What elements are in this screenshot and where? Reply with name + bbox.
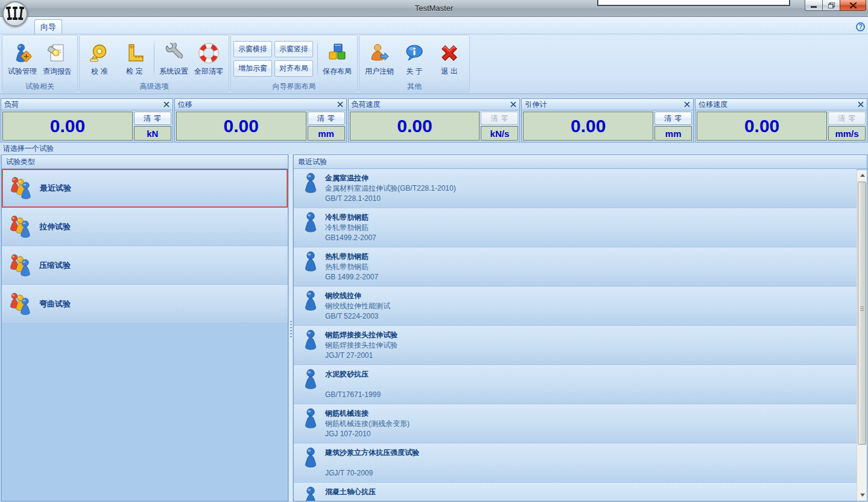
meter-value-display: 0.00 xyxy=(350,112,480,141)
recent-test-item[interactable]: 钢绞线拉伸 钢绞线拉伸性能测试 GB/T 5224-2003 xyxy=(294,287,857,326)
recent-test-standard: GB1499.2-2007 xyxy=(325,233,376,243)
close-icon xyxy=(850,2,857,8)
clear-zero-button[interactable]: 清 零 xyxy=(134,112,171,125)
recent-test-title: 冷轧带肋钢筋 xyxy=(325,212,376,223)
help-button[interactable]: ? xyxy=(856,22,865,31)
splitter-grip-icon xyxy=(290,321,292,338)
recent-test-item[interactable]: 水泥胶砂抗压 GB/T17671-1999 xyxy=(294,365,857,404)
clear-zero-button[interactable]: 清 零 xyxy=(654,112,692,125)
add-window-button[interactable]: 增加示窗 xyxy=(233,60,272,77)
layout-small-buttons: 示窗横排 示窗竖排 增加示窗 对齐布局 xyxy=(233,41,313,77)
app-menu-button[interactable] xyxy=(2,1,28,27)
recent-test-standard: JGJ/T 27-2001 xyxy=(325,351,398,361)
meter-titlebar: 位移 xyxy=(175,99,346,110)
recent-test-standard: GB/T 5224-2003 xyxy=(325,311,390,322)
meter-unit: kN/s xyxy=(481,126,518,141)
restore-button[interactable] xyxy=(822,0,840,11)
recent-test-item[interactable]: 建筑沙浆立方体抗压强度试验 JGJ/T 70-2009 xyxy=(294,443,857,483)
close-button[interactable] xyxy=(840,0,866,11)
system-settings-button[interactable]: 系统设置 xyxy=(156,40,191,78)
test-type-item[interactable]: 弯曲试验 xyxy=(2,285,288,323)
clear-all-label: 全部清零 xyxy=(194,66,223,77)
meter-side: 清 零 kN xyxy=(134,112,171,141)
close-icon[interactable] xyxy=(684,101,690,107)
recent-test-desc: 钢筋机械连接(测残余变形) xyxy=(325,419,410,429)
recent-test-text: 冷轧带肋钢筋 冷轧带肋钢筋 GB1499.2-2007 xyxy=(325,212,376,243)
pawn-group-icon xyxy=(8,293,32,316)
meter-title: 引伸计 xyxy=(525,100,684,110)
recent-test-text: 钢筋机械连接 钢筋机械连接(测残余变形) JGJ 107-2010 xyxy=(325,408,410,439)
recent-test-title: 金属室温拉伸 xyxy=(325,173,456,183)
about-button[interactable]: 关 于 xyxy=(397,40,432,78)
user-logout-button[interactable]: 用户注销 xyxy=(362,40,397,78)
align-layout-button[interactable]: 对齐布局 xyxy=(274,60,313,77)
meter-row: 负荷 0.00 清 零 kN 位移 0.00 清 零 mm xyxy=(1,98,867,142)
clear-zero-button[interactable]: 清 零 xyxy=(308,112,345,125)
calibrate-button[interactable]: 校 准 xyxy=(82,40,117,78)
exit-label: 退 出 xyxy=(441,66,457,77)
clear-all-button[interactable]: 全部清零 xyxy=(191,40,226,78)
recent-test-title: 混凝土轴心抗压 xyxy=(325,486,376,497)
close-icon[interactable] xyxy=(510,101,516,107)
meter-value-display: 0.00 xyxy=(2,112,133,141)
meter-side: 清 零 kN/s xyxy=(481,112,518,141)
exit-button[interactable]: 退 出 xyxy=(432,40,467,78)
minimize-button[interactable] xyxy=(805,0,823,11)
meter-unit: mm xyxy=(308,126,345,141)
recent-test-text: 水泥胶砂抗压 GB/T17671-1999 xyxy=(325,369,381,400)
recent-test-item[interactable]: 热轧带肋钢筋 热轧带肋钢筋 GB 1499.2-2007 xyxy=(294,247,857,287)
recent-test-item[interactable]: 钢筋机械连接 钢筋机械连接(测残余变形) JGJ 107-2010 xyxy=(294,404,857,443)
panel-splitter[interactable] xyxy=(288,154,293,501)
recent-test-text: 建筑沙浆立方体抗压强度试验 JGJ/T 70-2009 xyxy=(325,447,419,478)
meter-value: 0.00 xyxy=(50,116,85,136)
verify-button[interactable]: 检 定 xyxy=(117,40,152,78)
test-type-item[interactable]: 拉伸试验 xyxy=(2,208,288,246)
meter-body: 0.00 清 零 kN xyxy=(1,110,173,142)
test-type-item[interactable]: 最近试验 xyxy=(2,169,288,208)
test-type-label: 压缩试验 xyxy=(39,260,71,271)
query-report-button[interactable]: 查询报告 xyxy=(40,40,75,78)
recent-test-item[interactable]: 混凝土轴心抗压 xyxy=(294,483,857,501)
pawn-icon xyxy=(302,290,319,311)
meter-title: 位移速度 xyxy=(699,100,858,110)
save-layout-button[interactable]: 保存布局 xyxy=(320,40,355,78)
recent-test-desc: 金属材料室温拉伸试验(GB/T228.1-2010) xyxy=(325,183,456,194)
background-window-edge xyxy=(597,0,790,6)
recent-tests-header: 最近试验 xyxy=(294,155,867,169)
test-manage-button[interactable]: 试验管理 xyxy=(5,40,40,78)
window-controls xyxy=(805,0,866,11)
system-settings-label: 系统设置 xyxy=(159,66,188,77)
app-window: TestMaster 向导 ? xyxy=(0,0,868,502)
meter-title: 负荷速度 xyxy=(352,100,511,110)
ribbon-group-layout: 示窗横排 示窗竖排 增加示窗 对齐布局 保存布局 xyxy=(230,35,358,92)
scrollbar-thumb[interactable] xyxy=(858,182,866,445)
scroll-down-button[interactable] xyxy=(857,490,867,500)
recent-test-title: 钢筋机械连接 xyxy=(325,408,410,419)
close-icon[interactable] xyxy=(163,101,169,107)
meter-titlebar: 负荷速度 xyxy=(349,99,520,110)
test-type-item[interactable]: 压缩试验 xyxy=(2,246,288,285)
windows-vertical-button[interactable]: 示窗竖排 xyxy=(274,41,313,57)
recent-test-item[interactable]: 金属室温拉伸 金属材料室温拉伸试验(GB/T228.1-2010) GB/T 2… xyxy=(294,169,857,208)
meter-body: 0.00 清 零 mm xyxy=(175,110,346,142)
specimen-logo-icon xyxy=(6,5,24,22)
windows-horizontal-button[interactable]: 示窗横排 xyxy=(233,41,272,57)
meter-value: 0.00 xyxy=(744,116,779,136)
select-test-prompt: 请选择一个试验 xyxy=(0,143,868,154)
meter-body: 0.00 清 零 mm xyxy=(522,110,693,142)
close-icon[interactable] xyxy=(337,101,343,107)
meter-side: 清 零 mm xyxy=(308,112,345,141)
scroll-up-button[interactable] xyxy=(857,170,867,180)
test-manage-icon xyxy=(12,43,33,63)
recent-test-desc xyxy=(325,380,381,390)
ruler-icon xyxy=(124,43,145,63)
recent-test-item[interactable]: 钢筋焊接接头拉伸试验 钢筋焊接接头拉伸试验 JGJ/T 27-2001 xyxy=(294,326,857,365)
meter-title: 位移 xyxy=(178,100,337,110)
recent-test-title: 钢绞线拉伸 xyxy=(325,290,390,301)
vertical-scrollbar[interactable] xyxy=(857,170,867,501)
meter-titlebar: 位移速度 xyxy=(695,99,867,110)
tab-wizard[interactable]: 向导 xyxy=(34,19,62,34)
recent-test-item[interactable]: 冷轧带肋钢筋 冷轧带肋钢筋 GB1499.2-2007 xyxy=(294,208,857,247)
recent-test-standard: GB/T 228.1-2010 xyxy=(325,194,456,204)
close-icon[interactable] xyxy=(858,101,864,107)
